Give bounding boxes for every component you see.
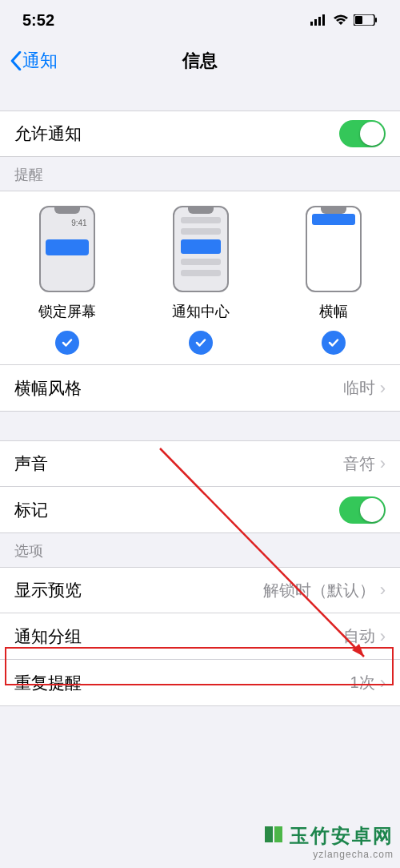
banner-style-label: 横幅风格 [14, 377, 82, 400]
chevron-left-icon [10, 51, 22, 70]
repeat-row[interactable]: 重复提醒 1次› [0, 660, 400, 706]
lock-time-text: 9:41 [71, 219, 86, 227]
svg-rect-6 [375, 18, 377, 22]
svg-rect-3 [322, 14, 325, 26]
alerts-header: 提醒 [0, 157, 400, 191]
chevron-right-icon: › [380, 453, 386, 474]
svg-rect-0 [310, 22, 313, 26]
chevron-right-icon: › [380, 626, 386, 647]
banner-style-value: 临时 [343, 377, 375, 399]
watermark: 玉竹安卓网 yzlangecha.com [263, 823, 394, 860]
check-icon [55, 331, 79, 355]
grouping-row[interactable]: 通知分组 自动› [0, 613, 400, 660]
preview-label: 显示预览 [14, 579, 82, 601]
repeat-label: 重复提醒 [14, 672, 82, 694]
chevron-right-icon: › [380, 378, 386, 399]
badges-label: 标记 [14, 499, 48, 521]
svg-rect-2 [318, 17, 321, 26]
grouping-value: 自动 [343, 625, 375, 647]
alert-lock-label: 锁定屏幕 [38, 302, 96, 321]
alert-banners[interactable]: 横幅 [306, 206, 362, 355]
back-button[interactable]: 通知 [10, 49, 58, 73]
status-time: 5:52 [22, 11, 54, 30]
sounds-value: 音符 [343, 453, 375, 475]
svg-rect-5 [355, 16, 362, 24]
repeat-value: 1次 [350, 672, 375, 693]
badges-toggle[interactable] [339, 496, 386, 524]
grouping-label: 通知分组 [14, 625, 82, 648]
chevron-right-icon: › [380, 673, 386, 693]
allow-notifications-row: 允许通知 [0, 111, 400, 157]
chevron-right-icon: › [380, 580, 386, 601]
status-indicators [310, 14, 378, 26]
badges-row: 标记 [0, 487, 400, 533]
svg-rect-1 [314, 19, 317, 26]
sounds-label: 声音 [14, 452, 48, 475]
battery-icon [354, 14, 378, 26]
alert-notification-center[interactable]: 通知中心 [172, 206, 230, 355]
wifi-icon [333, 14, 349, 26]
cellular-icon [310, 14, 328, 26]
check-icon [189, 331, 213, 355]
check-icon [322, 331, 346, 355]
show-previews-row[interactable]: 显示预览 解锁时（默认）› [0, 567, 400, 613]
sounds-row[interactable]: 声音 音符› [0, 440, 400, 487]
alert-lock-screen[interactable]: 9:41 锁定屏幕 [38, 206, 96, 355]
banner-style-row[interactable]: 横幅风格 临时› [0, 365, 400, 412]
watermark-brand: 玉竹安卓网 [290, 825, 394, 846]
back-label: 通知 [22, 49, 58, 73]
allow-label: 允许通知 [14, 123, 82, 145]
watermark-url: yzlangecha.com [263, 849, 394, 860]
preview-value: 解锁时（默认） [263, 580, 375, 601]
alert-nc-label: 通知中心 [172, 302, 230, 321]
allow-toggle[interactable] [339, 120, 386, 147]
alert-banner-label: 横幅 [319, 302, 348, 321]
page-title: 信息 [0, 49, 400, 73]
options-header: 选项 [0, 533, 400, 567]
